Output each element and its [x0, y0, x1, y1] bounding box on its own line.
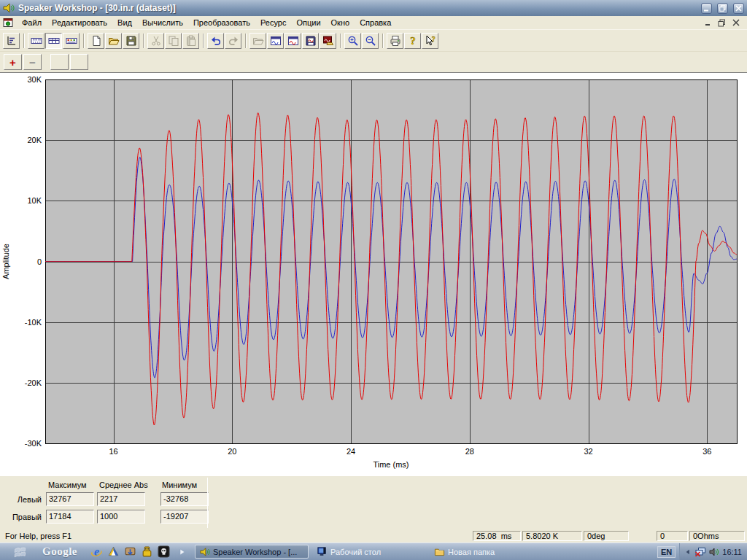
toolbar-separator [143, 34, 144, 48]
menu-item-options[interactable]: Опции [291, 17, 325, 28]
chart-window-button[interactable] [267, 33, 284, 49]
menu-item-window[interactable]: Окно [326, 17, 355, 28]
new-button[interactable] [88, 33, 104, 49]
svg-text:20K: 20K [27, 136, 42, 144]
mdi-minimize-button[interactable] [703, 18, 713, 28]
statusbar: For Help, press F1 25.08 ms 5.8020 K 0de… [0, 529, 747, 542]
taskbar-button-desktop[interactable]: Рабочий стол [312, 545, 385, 559]
restore-icon [719, 5, 726, 12]
menu-item-file[interactable]: Файл [17, 17, 47, 28]
blank-button-1[interactable] [50, 54, 69, 70]
menubar: Файл Редактировать Вид Вычислить Преобра… [0, 16, 747, 30]
context-help-button[interactable]: ? [422, 33, 438, 49]
svg-text:-20K: -20K [25, 378, 42, 387]
taskbar-button-new-folder[interactable]: Новая папка [430, 545, 499, 559]
mdi-minimize-icon [705, 19, 712, 26]
volume-icon[interactable] [708, 546, 720, 558]
help-button[interactable]: ? [404, 33, 421, 49]
svg-text:?: ? [431, 35, 435, 43]
svg-text:Time (ms): Time (ms) [373, 460, 409, 469]
zoom-in-icon [347, 35, 359, 47]
main-toolbar: ? ? [0, 30, 747, 52]
chart-window-red-icon [287, 35, 299, 47]
dataset-view-icon [31, 35, 42, 47]
mdi-restore-button[interactable] [716, 18, 727, 28]
stat-left-average: 2217 [97, 492, 145, 506]
menu-item-edit[interactable]: Редактировать [47, 17, 112, 28]
status-phase: 0deg [584, 531, 629, 541]
export-chart-button[interactable] [320, 33, 336, 49]
stats-row-label-left: Левый [0, 495, 42, 504]
network-status-icon[interactable] [694, 546, 706, 558]
print-button[interactable] [387, 33, 403, 49]
redo-icon [228, 35, 239, 47]
open-button[interactable] [105, 33, 122, 49]
cut-icon [150, 35, 162, 47]
add-zoom-button[interactable]: + [4, 54, 22, 70]
svg-text:?: ? [410, 35, 416, 47]
yellow-robot-icon[interactable] [140, 545, 153, 559]
hand-app-icon[interactable] [123, 545, 136, 559]
export-chart-icon [322, 35, 334, 47]
screen: Speaker Workshop - [30.in.r (dataset)] Ф… [0, 0, 747, 560]
status-message: For Help, press F1 [2, 532, 471, 540]
svg-text:10K: 10K [27, 196, 42, 205]
task-label: Speaker Workshop - [... [213, 548, 297, 556]
taskbar-button-speaker-workshop[interactable]: Speaker Workshop - [... [195, 545, 309, 559]
dataset-view-1-button[interactable] [28, 33, 44, 49]
zoom-toolbar: + − [0, 52, 747, 72]
status-cursor-value: 5.8020 K [522, 531, 582, 541]
mdi-close-button[interactable] [730, 18, 741, 28]
blank-button-2[interactable] [70, 54, 88, 70]
minimize-button[interactable] [701, 3, 712, 14]
tray-chevron-icon[interactable] [684, 547, 692, 557]
close-button[interactable] [733, 3, 744, 14]
menu-item-view[interactable]: Вид [112, 17, 137, 28]
remove-zoom-button[interactable]: − [23, 54, 42, 70]
restore-button[interactable] [717, 3, 728, 14]
chart-window-red-button[interactable] [285, 33, 301, 49]
undo-button[interactable] [207, 33, 224, 49]
svg-text:36: 36 [703, 447, 711, 456]
document-icon [2, 17, 14, 28]
plus-icon: + [9, 56, 16, 69]
save-chart-button[interactable] [302, 33, 319, 49]
toolbar-separator [23, 34, 25, 48]
skull-app-icon[interactable] [157, 545, 170, 559]
google-toolbar-label[interactable]: Google [42, 545, 77, 558]
internet-explorer-icon[interactable]: e [90, 545, 103, 559]
dataset-view-2-button[interactable] [45, 33, 62, 49]
dataset-stats-button[interactable] [3, 33, 20, 49]
folder-icon [434, 546, 445, 557]
quicklaunch-chevron-icon[interactable] [178, 547, 187, 557]
zoom-in-button[interactable] [344, 33, 361, 49]
speaker-app-icon [3, 2, 15, 14]
zoom-out-button[interactable] [362, 33, 379, 49]
task-label: Рабочий стол [330, 548, 381, 556]
triangle-logo-icon[interactable] [107, 545, 120, 559]
language-indicator[interactable]: EN [657, 546, 676, 558]
svg-text:Amplitude: Amplitude [1, 244, 10, 279]
dataset-view-3-button[interactable] [63, 33, 80, 49]
waveform-chart[interactable]: 30K20K10K0-10K-20K-30K162024283236Time (… [0, 74, 747, 476]
menu-item-resource[interactable]: Ресурс [255, 17, 291, 28]
stats-header-maximum: Максимум [48, 481, 87, 489]
undo-icon [210, 35, 222, 47]
status-impedance: 0Ohms [689, 531, 745, 541]
copy-icon [168, 35, 179, 47]
menu-item-calculate[interactable]: Вычислить [137, 17, 188, 28]
stat-left-minimum: -32768 [160, 492, 209, 506]
menu-item-transform[interactable]: Преобразовать [188, 17, 255, 28]
stats-row-label-right: Правый [0, 513, 42, 521]
import-button [249, 33, 266, 49]
status-cursor-time: 25.08 ms [473, 531, 521, 541]
task-label: Новая папка [448, 548, 495, 556]
menu-item-help[interactable]: Справка [355, 17, 396, 28]
clock[interactable]: 16:11 [722, 548, 742, 556]
windows-flag-icon[interactable] [12, 545, 28, 559]
svg-text:20: 20 [228, 447, 236, 456]
svg-text:28: 28 [465, 447, 474, 456]
minimize-icon [703, 5, 710, 12]
dataset-grid-icon [48, 35, 60, 47]
save-button[interactable] [123, 33, 139, 49]
